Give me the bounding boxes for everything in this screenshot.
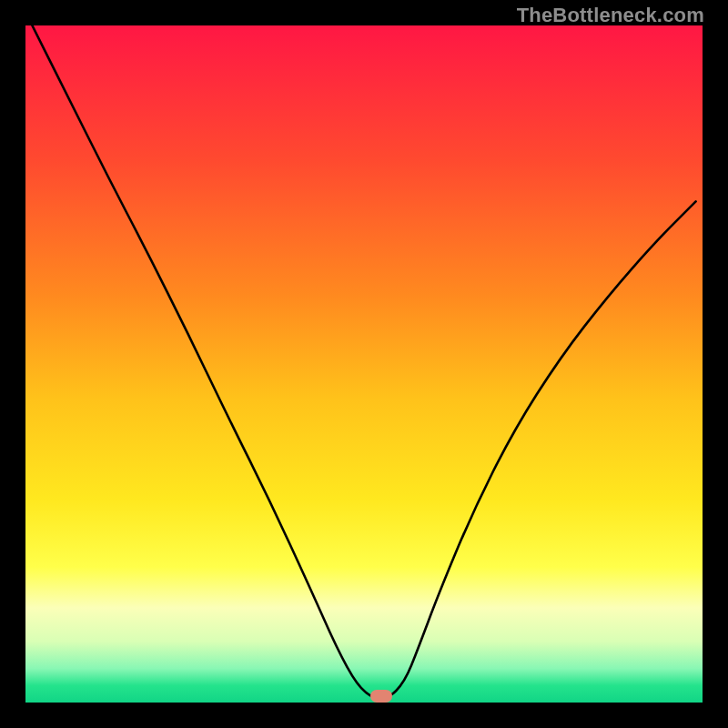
chart-frame: TheBottleneck.com <box>0 0 728 728</box>
optimal-marker <box>370 690 392 703</box>
bottleneck-curve <box>25 25 703 703</box>
plot-area <box>25 25 703 703</box>
watermark-text: TheBottleneck.com <box>517 4 704 27</box>
